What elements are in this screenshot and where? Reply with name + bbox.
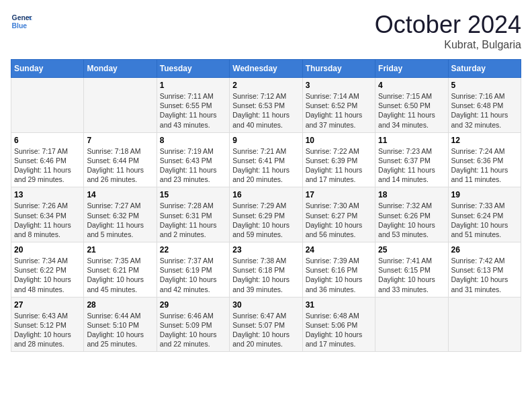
day-info: Sunrise: 7:21 AM Sunset: 6:41 PM Dayligh… [232, 146, 299, 185]
location: Kubrat, Bulgaria [375, 39, 521, 51]
day-info: Sunrise: 7:16 AM Sunset: 6:48 PM Dayligh… [451, 91, 518, 130]
day-info: Sunrise: 6:46 AM Sunset: 5:09 PM Dayligh… [160, 311, 226, 349]
day-number: 9 [232, 136, 299, 145]
day-number: 27 [14, 300, 81, 310]
calendar-cell: 5Sunrise: 7:16 AM Sunset: 6:48 PM Daylig… [448, 78, 521, 133]
calendar-cell: 21Sunrise: 7:35 AM Sunset: 6:21 PM Dayli… [84, 242, 157, 298]
calendar-cell: 10Sunrise: 7:22 AM Sunset: 6:39 PM Dayli… [302, 132, 375, 187]
calendar-cell: 17Sunrise: 7:30 AM Sunset: 6:27 PM Dayli… [302, 187, 375, 242]
day-number: 17 [306, 190, 372, 199]
calendar-cell [448, 297, 521, 352]
day-number: 29 [160, 300, 226, 310]
day-info: Sunrise: 7:37 AM Sunset: 6:19 PM Dayligh… [160, 256, 226, 294]
day-number: 5 [451, 81, 518, 90]
calendar-week-row: 27Sunrise: 6:43 AM Sunset: 5:12 PM Dayli… [11, 297, 521, 352]
column-header-friday: Friday [375, 60, 448, 78]
day-number: 13 [14, 190, 81, 199]
day-number: 7 [87, 136, 153, 145]
day-number: 6 [14, 136, 81, 145]
day-info: Sunrise: 7:12 AM Sunset: 6:53 PM Dayligh… [232, 91, 299, 130]
day-number: 3 [306, 81, 372, 90]
day-info: Sunrise: 7:22 AM Sunset: 6:39 PM Dayligh… [306, 146, 372, 185]
calendar-header-row: SundayMondayTuesdayWednesdayThursdayFrid… [11, 60, 521, 78]
day-info: Sunrise: 7:26 AM Sunset: 6:34 PM Dayligh… [14, 201, 81, 239]
day-info: Sunrise: 7:29 AM Sunset: 6:29 PM Dayligh… [232, 201, 299, 239]
day-number: 25 [378, 245, 445, 255]
day-info: Sunrise: 7:34 AM Sunset: 6:22 PM Dayligh… [14, 256, 81, 294]
title-block: October 2024 Kubrat, Bulgaria [375, 11, 521, 51]
day-info: Sunrise: 7:35 AM Sunset: 6:21 PM Dayligh… [87, 256, 153, 294]
calendar-cell: 7Sunrise: 7:18 AM Sunset: 6:44 PM Daylig… [84, 132, 157, 187]
calendar-cell [11, 78, 84, 133]
day-number: 11 [378, 136, 445, 145]
calendar-cell: 3Sunrise: 7:14 AM Sunset: 6:52 PM Daylig… [302, 78, 375, 133]
day-info: Sunrise: 7:23 AM Sunset: 6:37 PM Dayligh… [378, 146, 445, 185]
column-header-wednesday: Wednesday [230, 60, 302, 78]
day-info: Sunrise: 7:41 AM Sunset: 6:15 PM Dayligh… [378, 256, 445, 294]
day-number: 15 [160, 190, 226, 199]
day-number: 2 [232, 81, 299, 90]
day-number: 26 [451, 245, 518, 255]
calendar-cell: 24Sunrise: 7:39 AM Sunset: 6:16 PM Dayli… [302, 242, 375, 298]
calendar-cell: 8Sunrise: 7:19 AM Sunset: 6:43 PM Daylig… [157, 132, 229, 187]
day-info: Sunrise: 7:32 AM Sunset: 6:26 PM Dayligh… [378, 201, 445, 239]
calendar-cell: 28Sunrise: 6:44 AM Sunset: 5:10 PM Dayli… [84, 297, 157, 352]
calendar-cell: 29Sunrise: 6:46 AM Sunset: 5:09 PM Dayli… [157, 297, 229, 352]
calendar-cell: 20Sunrise: 7:34 AM Sunset: 6:22 PM Dayli… [11, 242, 84, 298]
month-title: October 2024 [375, 11, 521, 39]
calendar-cell: 30Sunrise: 6:47 AM Sunset: 5:07 PM Dayli… [230, 297, 302, 352]
calendar-week-row: 13Sunrise: 7:26 AM Sunset: 6:34 PM Dayli… [11, 187, 521, 242]
day-info: Sunrise: 7:28 AM Sunset: 6:31 PM Dayligh… [160, 201, 226, 239]
day-number: 22 [160, 245, 226, 255]
day-number: 21 [87, 245, 153, 255]
day-number: 31 [306, 300, 372, 310]
day-info: Sunrise: 7:11 AM Sunset: 6:55 PM Dayligh… [160, 91, 226, 130]
day-number: 28 [87, 300, 153, 310]
calendar-cell: 27Sunrise: 6:43 AM Sunset: 5:12 PM Dayli… [11, 297, 84, 352]
svg-text:Blue: Blue [12, 22, 28, 30]
page-header: General Blue October 2024 Kubrat, Bulgar… [11, 11, 521, 51]
day-info: Sunrise: 7:33 AM Sunset: 6:24 PM Dayligh… [451, 201, 518, 239]
day-number: 1 [160, 81, 226, 90]
calendar-cell: 6Sunrise: 7:17 AM Sunset: 6:46 PM Daylig… [11, 132, 84, 187]
calendar-cell [375, 297, 448, 352]
column-header-tuesday: Tuesday [157, 60, 229, 78]
day-info: Sunrise: 7:27 AM Sunset: 6:32 PM Dayligh… [87, 201, 153, 239]
column-header-saturday: Saturday [448, 60, 521, 78]
day-number: 19 [451, 190, 518, 199]
day-number: 4 [378, 81, 445, 90]
calendar-cell: 14Sunrise: 7:27 AM Sunset: 6:32 PM Dayli… [84, 187, 157, 242]
calendar-cell: 15Sunrise: 7:28 AM Sunset: 6:31 PM Dayli… [157, 187, 229, 242]
day-info: Sunrise: 6:44 AM Sunset: 5:10 PM Dayligh… [87, 311, 153, 349]
calendar-cell: 26Sunrise: 7:42 AM Sunset: 6:13 PM Dayli… [448, 242, 521, 298]
day-info: Sunrise: 7:24 AM Sunset: 6:36 PM Dayligh… [451, 146, 518, 185]
logo-icon: General Blue [11, 11, 32, 32]
calendar-cell: 16Sunrise: 7:29 AM Sunset: 6:29 PM Dayli… [230, 187, 302, 242]
day-number: 14 [87, 190, 153, 199]
calendar-cell [84, 78, 157, 133]
day-info: Sunrise: 7:38 AM Sunset: 6:18 PM Dayligh… [232, 256, 299, 294]
day-info: Sunrise: 7:17 AM Sunset: 6:46 PM Dayligh… [14, 146, 81, 185]
calendar-week-row: 20Sunrise: 7:34 AM Sunset: 6:22 PM Dayli… [11, 242, 521, 298]
calendar-cell: 12Sunrise: 7:24 AM Sunset: 6:36 PM Dayli… [448, 132, 521, 187]
day-info: Sunrise: 7:42 AM Sunset: 6:13 PM Dayligh… [451, 256, 518, 294]
day-info: Sunrise: 7:39 AM Sunset: 6:16 PM Dayligh… [306, 256, 372, 294]
day-info: Sunrise: 7:14 AM Sunset: 6:52 PM Dayligh… [306, 91, 372, 130]
calendar-cell: 11Sunrise: 7:23 AM Sunset: 6:37 PM Dayli… [375, 132, 448, 187]
calendar-cell: 9Sunrise: 7:21 AM Sunset: 6:41 PM Daylig… [230, 132, 302, 187]
day-number: 24 [306, 245, 372, 255]
column-header-monday: Monday [84, 60, 157, 78]
calendar-cell: 23Sunrise: 7:38 AM Sunset: 6:18 PM Dayli… [230, 242, 302, 298]
day-number: 10 [306, 136, 372, 145]
day-number: 30 [232, 300, 299, 310]
calendar-week-row: 6Sunrise: 7:17 AM Sunset: 6:46 PM Daylig… [11, 132, 521, 187]
day-info: Sunrise: 7:30 AM Sunset: 6:27 PM Dayligh… [306, 201, 372, 239]
logo: General Blue [11, 11, 32, 32]
day-info: Sunrise: 6:47 AM Sunset: 5:07 PM Dayligh… [232, 311, 299, 349]
column-header-sunday: Sunday [11, 60, 84, 78]
calendar-cell: 13Sunrise: 7:26 AM Sunset: 6:34 PM Dayli… [11, 187, 84, 242]
day-number: 16 [232, 190, 299, 199]
calendar-cell: 19Sunrise: 7:33 AM Sunset: 6:24 PM Dayli… [448, 187, 521, 242]
day-info: Sunrise: 6:43 AM Sunset: 5:12 PM Dayligh… [14, 311, 81, 349]
calendar-cell: 25Sunrise: 7:41 AM Sunset: 6:15 PM Dayli… [375, 242, 448, 298]
